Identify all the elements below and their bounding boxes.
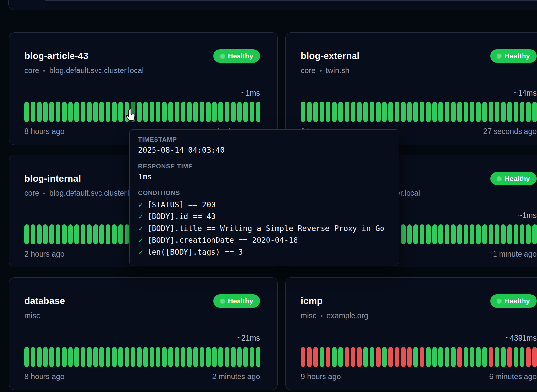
uptime-bar-up[interactable] — [74, 224, 79, 244]
uptime-bar-up[interactable] — [112, 224, 117, 244]
uptime-bar-up[interactable] — [181, 102, 185, 122]
uptime-bar-up[interactable] — [125, 224, 129, 244]
uptime-bar-down[interactable] — [407, 347, 412, 367]
uptime-bar-up[interactable] — [514, 224, 518, 244]
uptime-bar-up[interactable] — [193, 347, 198, 367]
uptime-bar-up[interactable] — [307, 102, 312, 122]
uptime-bar-up[interactable] — [81, 347, 85, 367]
uptime-bar-up[interactable] — [432, 102, 437, 122]
service-title[interactable]: blog-article-43 — [24, 51, 88, 61]
uptime-bar-up[interactable] — [49, 347, 54, 367]
uptime-bar-up[interactable] — [31, 347, 35, 367]
uptime-bar-up[interactable] — [451, 224, 456, 244]
uptime-bar-up[interactable] — [24, 102, 29, 122]
uptime-bar-up[interactable] — [99, 102, 104, 122]
uptime-bar-down[interactable] — [301, 347, 305, 367]
uptime-bar-up[interactable] — [24, 347, 29, 367]
uptime-bar-up[interactable] — [326, 102, 330, 122]
uptime-bar-up[interactable] — [200, 102, 204, 122]
service-title[interactable]: database — [24, 296, 65, 306]
uptime-bar-down[interactable] — [345, 347, 349, 367]
uptime-bar-up[interactable] — [370, 347, 374, 367]
uptime-bar-up[interactable] — [162, 102, 167, 122]
uptime-bar-up[interactable] — [118, 102, 123, 122]
uptime-bar-up[interactable] — [225, 102, 229, 122]
uptime-bar-up[interactable] — [376, 102, 381, 122]
uptime-bar-up[interactable] — [526, 224, 531, 244]
uptime-bar-up[interactable] — [143, 347, 148, 367]
uptime-bar-up[interactable] — [514, 347, 518, 367]
uptime-bar-up[interactable] — [482, 224, 487, 244]
uptime-bar-up[interactable] — [137, 102, 142, 122]
uptime-bar-up[interactable] — [43, 347, 48, 367]
uptime-bar-up[interactable] — [175, 347, 179, 367]
uptime-bar-up[interactable] — [256, 102, 260, 122]
uptime-bar-up[interactable] — [451, 347, 456, 367]
uptime-bar-down[interactable] — [395, 347, 399, 367]
uptime-bar-up[interactable] — [93, 102, 98, 122]
uptime-bar-up[interactable] — [87, 347, 92, 367]
uptime-bar-up[interactable] — [187, 102, 192, 122]
uptime-bar-up[interactable] — [125, 347, 129, 367]
uptime-bar-up[interactable] — [87, 102, 92, 122]
uptime-bar-up[interactable] — [131, 347, 135, 367]
uptime-bar-up[interactable] — [49, 224, 54, 244]
uptime-bar-up[interactable] — [37, 102, 42, 122]
service-title[interactable]: icmp — [301, 296, 323, 306]
uptime-bar-up[interactable] — [168, 347, 173, 367]
uptime-bar-up[interactable] — [532, 102, 537, 122]
uptime-bar-up[interactable] — [56, 347, 60, 367]
uptime-bar-up[interactable] — [43, 224, 48, 244]
uptime-bar-up[interactable] — [363, 102, 368, 122]
uptime-bar-up[interactable] — [464, 224, 468, 244]
uptime-bar-up[interactable] — [451, 102, 456, 122]
uptime-bar-up[interactable] — [520, 347, 524, 367]
uptime-bar-up[interactable] — [432, 224, 437, 244]
uptime-bar-up[interactable] — [168, 102, 173, 122]
uptime-bar-up[interactable] — [489, 224, 493, 244]
uptime-bar-up[interactable] — [81, 224, 85, 244]
uptime-bar-up[interactable] — [395, 102, 399, 122]
uptime-bar-up[interactable] — [482, 102, 487, 122]
uptime-bar-up[interactable] — [520, 102, 524, 122]
uptime-bar-up[interactable] — [345, 102, 349, 122]
uptime-bar-up[interactable] — [401, 224, 406, 244]
uptime-bar-up[interactable] — [464, 102, 468, 122]
uptime-bar-up[interactable] — [212, 347, 217, 367]
uptime-bar-up[interactable] — [501, 347, 506, 367]
uptime-bar-up[interactable] — [438, 224, 443, 244]
uptime-bar-down[interactable] — [420, 347, 424, 367]
uptime-bar-up[interactable] — [457, 224, 462, 244]
uptime-bar-down[interactable] — [357, 347, 362, 367]
uptime-bar-up[interactable] — [388, 102, 393, 122]
uptime-bar-up[interactable] — [495, 224, 499, 244]
uptime-bar-down[interactable] — [526, 347, 531, 367]
uptime-bar-up[interactable] — [150, 347, 154, 367]
uptime-bar-up[interactable] — [476, 224, 481, 244]
uptime-bar-up[interactable] — [482, 347, 487, 367]
uptime-bar-up[interactable] — [532, 224, 537, 244]
uptime-bar-up[interactable] — [87, 224, 92, 244]
uptime-bar-up[interactable] — [81, 102, 85, 122]
uptime-bar-up[interactable] — [489, 102, 493, 122]
uptime-bar-up[interactable] — [187, 347, 192, 367]
uptime-bars[interactable] — [24, 347, 260, 367]
uptime-bar-up[interactable] — [231, 347, 236, 367]
uptime-bar-up[interactable] — [351, 102, 355, 122]
uptime-bar-down[interactable] — [507, 347, 512, 367]
uptime-bar-up[interactable] — [118, 224, 123, 244]
service-title[interactable]: blog-external — [301, 51, 359, 61]
uptime-bar-up[interactable] — [175, 102, 179, 122]
uptime-bars[interactable] — [301, 102, 537, 122]
uptime-bar-up[interactable] — [206, 102, 211, 122]
uptime-bar-up[interactable] — [332, 347, 337, 367]
uptime-bar-up[interactable] — [156, 347, 160, 367]
uptime-bar-up[interactable] — [68, 347, 73, 367]
uptime-bar-up[interactable] — [112, 347, 117, 367]
uptime-bar-up[interactable] — [501, 102, 506, 122]
uptime-bar-up[interactable] — [137, 347, 142, 367]
uptime-bar-up[interactable] — [106, 347, 110, 367]
uptime-bar-up[interactable] — [231, 102, 236, 122]
uptime-bar-up[interactable] — [256, 347, 260, 367]
uptime-bar-up[interactable] — [24, 224, 29, 244]
